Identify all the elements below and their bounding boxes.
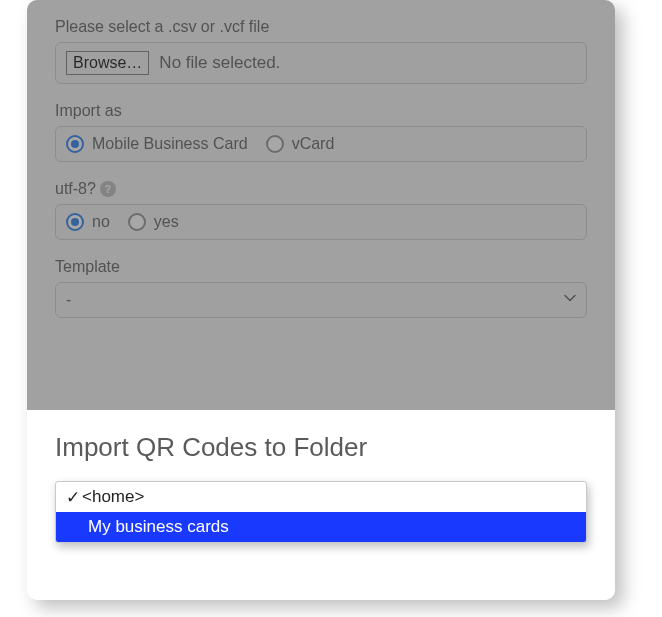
browse-button[interactable]: Browse… xyxy=(66,51,149,75)
utf8-row: no yes xyxy=(55,204,587,240)
file-select-box: Browse… No file selected. xyxy=(55,42,587,84)
radio-icon xyxy=(66,213,84,231)
folder-section-title: Import QR Codes to Folder xyxy=(55,432,587,463)
utf8-label-text: utf-8? xyxy=(55,180,96,198)
import-panel: Please select a .csv or .vcf file Browse… xyxy=(27,0,615,600)
radio-icon xyxy=(266,135,284,153)
utf8-group: utf-8? ? no yes xyxy=(55,180,587,240)
radio-icon xyxy=(66,135,84,153)
template-value: - xyxy=(66,291,71,309)
folder-dropdown[interactable]: ✓<home> My business cards xyxy=(55,481,587,543)
import-as-vcard[interactable]: vCard xyxy=(266,135,335,153)
radio-label: yes xyxy=(154,213,179,231)
folder-option-label: <home> xyxy=(82,487,144,507)
radio-label: vCard xyxy=(292,135,335,153)
folder-option-label: My business cards xyxy=(82,517,229,537)
folder-section: Import QR Codes to Folder ✓<home> My bus… xyxy=(27,410,615,600)
chevron-down-icon xyxy=(562,290,578,310)
radio-label: no xyxy=(92,213,110,231)
template-label: Template xyxy=(55,258,587,276)
folder-option-my-business-cards[interactable]: My business cards xyxy=(56,512,586,542)
radio-icon xyxy=(128,213,146,231)
import-as-row: Mobile Business Card vCard xyxy=(55,126,587,162)
file-select-group: Please select a .csv or .vcf file Browse… xyxy=(55,18,587,84)
file-select-status: No file selected. xyxy=(159,53,280,73)
utf8-yes[interactable]: yes xyxy=(128,213,179,231)
radio-label: Mobile Business Card xyxy=(92,135,248,153)
utf8-no[interactable]: no xyxy=(66,213,110,231)
file-select-label: Please select a .csv or .vcf file xyxy=(55,18,587,36)
checkmark-icon: ✓ xyxy=(66,487,80,508)
import-as-label: Import as xyxy=(55,102,587,120)
utf8-label: utf-8? ? xyxy=(55,180,587,198)
help-icon[interactable]: ? xyxy=(100,181,116,197)
stage: Please select a .csv or .vcf file Browse… xyxy=(0,0,662,617)
import-as-mobile-business-card[interactable]: Mobile Business Card xyxy=(66,135,248,153)
template-select[interactable]: - xyxy=(55,282,587,318)
template-group: Template - xyxy=(55,258,587,318)
import-as-group: Import as Mobile Business Card vCard xyxy=(55,102,587,162)
folder-option-home[interactable]: ✓<home> xyxy=(56,482,586,512)
